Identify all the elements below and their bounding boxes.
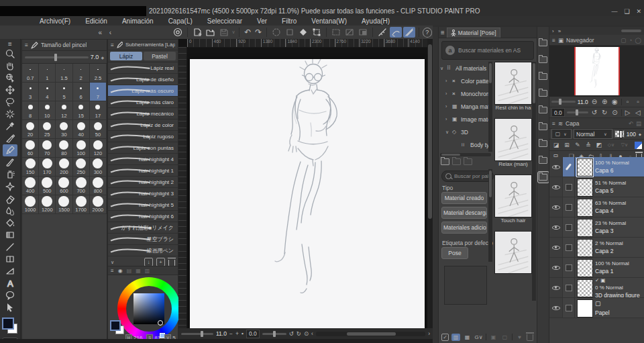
scroll-left-icon[interactable] <box>311 330 313 337</box>
frame-border-tool[interactable] <box>3 253 17 265</box>
layer-visibility-toggle[interactable] <box>549 177 563 197</box>
brush-size-cell[interactable]: 170 <box>39 158 56 177</box>
clip-studio-icon[interactable] <box>172 27 184 38</box>
rotate-right-icon[interactable] <box>297 330 301 337</box>
subtool-item[interactable]: Lápiz más oscuro <box>108 85 178 97</box>
brush-size-cell[interactable]: 20 <box>22 120 39 139</box>
brush-size-spinner[interactable] <box>101 55 104 60</box>
zoom-in-icon[interactable] <box>235 330 239 337</box>
new-folder-icon[interactable] <box>441 158 449 165</box>
brush-size-cell[interactable]: 6 <box>73 83 90 101</box>
material-tree-item[interactable]: › Manga materi <box>440 100 488 113</box>
canvas-rotation-slider[interactable] <box>262 333 286 335</box>
layer-history-icon[interactable] <box>636 120 641 127</box>
subview-tab-icon[interactable] <box>621 37 626 44</box>
menu-item[interactable]: Capa(L) <box>161 17 200 25</box>
color-swatches[interactable] <box>2 317 18 332</box>
snap-to-grid-icon[interactable] <box>403 27 415 38</box>
combine-mode-select[interactable] <box>551 129 572 139</box>
layer-visibility-toggle[interactable] <box>549 157 563 177</box>
material-folder-shortcut[interactable] <box>538 121 549 132</box>
brush-size-cell[interactable]: 400 <box>22 177 39 195</box>
layer-thumbnail[interactable] <box>577 158 593 177</box>
move-tool[interactable] <box>3 84 17 96</box>
layer-thumbnail[interactable] <box>577 279 593 297</box>
tree-expand-icon[interactable]: ∨ <box>445 130 450 135</box>
layer-row[interactable]: 100 % Normal Capa 6 <box>549 157 644 177</box>
brush-size-cell[interactable]: 1.5 <box>56 64 72 83</box>
eyedropper-tool[interactable] <box>3 120 17 132</box>
layer-visibility-toggle[interactable] <box>549 197 563 217</box>
layer-visibility-toggle[interactable] <box>549 278 563 297</box>
save-options-chevron-icon[interactable] <box>231 30 237 35</box>
material-folder-shortcut[interactable] <box>538 172 549 183</box>
lasso-select-tool[interactable] <box>3 96 17 108</box>
brush-size-cell[interactable]: 600 <box>56 177 72 195</box>
layer-undo-icon[interactable] <box>629 120 633 127</box>
brush-size-cell[interactable]: 4 <box>39 83 56 101</box>
brush-size-cell[interactable]: 2000 <box>90 195 107 214</box>
main-color-swatch[interactable] <box>110 320 121 331</box>
undo-icon[interactable] <box>242 28 253 37</box>
panel-menu-icon[interactable] <box>552 37 555 44</box>
subtool-tab[interactable]: Pastel <box>144 52 176 60</box>
brush-size-cell[interactable]: 150 <box>22 158 39 177</box>
blend-tool[interactable] <box>3 205 17 217</box>
expand-panels-icon[interactable] <box>558 28 561 34</box>
subtool-item[interactable]: Lápiz rugoso <box>108 131 178 142</box>
brush-size-slider[interactable] <box>25 56 89 58</box>
rotate-left-icon[interactable] <box>289 330 294 337</box>
fit-to-screen-icon[interactable] <box>241 330 244 337</box>
menu-item[interactable]: Ventana(W) <box>304 17 354 25</box>
layer-row[interactable]: 0 % Normal 3D drawing figure <box>549 278 644 298</box>
brush-size-cell[interactable]: 70 <box>39 139 56 158</box>
subtool-item[interactable]: Lápiz mecánico <box>108 108 178 119</box>
reference-layer-icon[interactable] <box>619 142 631 148</box>
help-icon[interactable]: ? <box>423 28 432 38</box>
color-set-tab-icon[interactable] <box>136 268 141 274</box>
collapse-panels-icon[interactable] <box>95 29 105 36</box>
layer-thumbnail[interactable] <box>577 199 593 217</box>
balloon-tool[interactable] <box>3 289 17 301</box>
navigator-tab[interactable]: Navegador <box>566 37 594 44</box>
brush-size-cell[interactable]: 1200 <box>39 195 56 214</box>
brush-size-cell[interactable]: 200 <box>56 158 72 177</box>
menu-item[interactable]: Ayuda(H) <box>354 17 397 25</box>
gradient-tool[interactable] <box>3 229 17 241</box>
layer-thumbnail[interactable] <box>577 179 593 197</box>
clip-to-layer-below-icon[interactable] <box>551 142 561 148</box>
redo-icon[interactable] <box>253 28 264 37</box>
layer-edit-state[interactable] <box>563 217 575 237</box>
subtool-item[interactable]: hair highlight 4 <box>108 154 178 165</box>
flip-horizontal-icon[interactable] <box>624 109 632 116</box>
transform-icon[interactable] <box>311 27 323 38</box>
color-slider-tab-icon[interactable] <box>127 268 132 274</box>
opacity-slider[interactable] <box>614 130 625 138</box>
brush-size-cell[interactable]: 17 <box>90 101 107 120</box>
brush-size-cell[interactable]: 60 <box>22 139 39 158</box>
layer-edit-state[interactable] <box>563 177 575 197</box>
brush-size-cell[interactable]: 8 <box>22 101 39 120</box>
expand-panel-icon[interactable] <box>552 28 554 34</box>
color-wheel-tab-icon[interactable] <box>118 268 123 274</box>
brush-tool[interactable] <box>3 156 17 168</box>
layer-thumbnail[interactable] <box>577 219 593 237</box>
decoration-tool[interactable] <box>3 181 17 193</box>
subtool-item[interactable]: Lápiz real <box>108 62 178 74</box>
register-material-icon[interactable]: ▢ <box>500 334 509 341</box>
brush-size-cell[interactable]: 80 <box>56 139 72 158</box>
material-folder-shortcut[interactable] <box>538 38 549 48</box>
list-view-icon[interactable]: ▦ <box>463 334 472 341</box>
material-thumbnail[interactable]: Relax (man) <box>494 118 532 168</box>
layer-row[interactable]: 51 % Normal Capa 5 <box>549 177 644 197</box>
flip-vertical-icon[interactable] <box>634 109 642 116</box>
edit-folder-icon[interactable] <box>464 158 472 165</box>
material-panel-edge[interactable] <box>433 27 438 343</box>
layer-visibility-toggle[interactable] <box>549 258 563 277</box>
layer-panel-tab[interactable]: Capa <box>566 120 579 127</box>
lock-layer-icon[interactable] <box>584 142 593 148</box>
panel-menu-icon[interactable] <box>111 42 114 48</box>
zoom-out-icon[interactable] <box>229 330 233 337</box>
wheel-color-swatches[interactable] <box>110 320 125 335</box>
menu-item[interactable]: Animación <box>115 17 161 25</box>
